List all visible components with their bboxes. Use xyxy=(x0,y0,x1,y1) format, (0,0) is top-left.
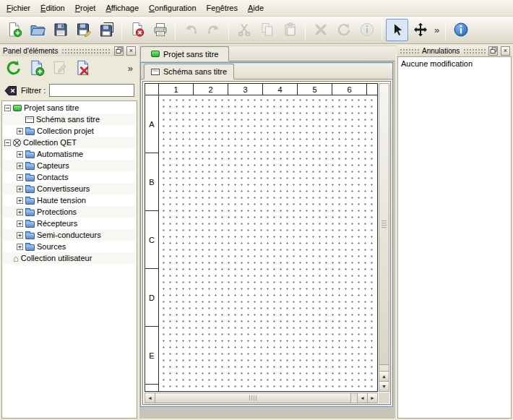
expander-plus-icon[interactable]: + xyxy=(17,244,23,250)
diagram-tab-label: Schéma sans titre xyxy=(163,67,227,76)
folder-icon xyxy=(25,187,35,193)
close-panel-button[interactable]: × xyxy=(501,46,510,56)
tree-item-protections[interactable]: +Protections xyxy=(2,206,137,218)
pan-tool-button[interactable] xyxy=(409,19,431,41)
scroll-up-button[interactable]: ▲ xyxy=(379,371,389,381)
cut-button[interactable] xyxy=(233,19,255,41)
close-diagram-button[interactable] xyxy=(126,19,148,41)
menu-aide[interactable]: Aide xyxy=(243,0,269,16)
scroll-left-button-2[interactable]: ◄ xyxy=(357,393,367,403)
undo-panel-titlebar[interactable]: Annulations × xyxy=(397,46,512,56)
delete-element-button[interactable] xyxy=(73,59,93,79)
save-button[interactable] xyxy=(49,19,72,41)
reload-collections-button[interactable] xyxy=(4,59,24,79)
diagram-paper[interactable] xyxy=(159,95,377,391)
menu-configuration[interactable]: Configuration xyxy=(144,0,201,16)
rotate-button[interactable] xyxy=(332,19,355,41)
new-document-button[interactable] xyxy=(3,19,25,41)
tab-projet-sans-titre[interactable]: Projet sans titre xyxy=(140,46,229,61)
tree-item-recepteurs[interactable]: +Récepteurs xyxy=(2,218,137,229)
print-button[interactable] xyxy=(149,19,171,41)
tree-item-projet-sans-titre[interactable]: −Projet sans titre xyxy=(2,102,137,113)
ruler-row-B: B xyxy=(145,153,158,211)
expander-plus-icon[interactable]: + xyxy=(17,197,23,204)
toolbar-separator xyxy=(228,21,229,40)
tree-item-haute-tension[interactable]: +Haute tension xyxy=(2,194,137,206)
new-element-button[interactable] xyxy=(27,59,47,79)
undo-list[interactable]: Aucune modification xyxy=(397,56,512,419)
filter-input[interactable] xyxy=(49,84,134,97)
horizontal-scrollbar[interactable]: ◄ ◄ ► xyxy=(145,393,378,403)
expander-plus-icon[interactable]: + xyxy=(17,128,23,134)
menu-edition[interactable]: Édition xyxy=(35,0,70,16)
expander-plus-icon[interactable]: + xyxy=(17,163,23,169)
float-panel-button[interactable] xyxy=(488,46,498,56)
elements-panel: Panel d'éléments × » Filtrer : −Projet s… xyxy=(1,46,137,419)
copy-button[interactable] xyxy=(256,19,278,41)
expander-plus-icon[interactable]: + xyxy=(17,209,23,215)
mdi-body: Schéma sans titre 123456 ABCDE xyxy=(139,61,395,419)
elements-panel-titlebar[interactable]: Panel d'éléments × xyxy=(1,46,137,56)
ruler-top: 123456 xyxy=(159,84,377,95)
tree-item-contacts[interactable]: +Contacts xyxy=(2,171,137,183)
dock-grip[interactable] xyxy=(462,48,486,54)
clear-filter-icon[interactable] xyxy=(4,85,17,96)
delete-button[interactable] xyxy=(309,19,332,41)
edit-element-button[interactable] xyxy=(50,59,70,79)
dock-grip[interactable] xyxy=(61,48,111,54)
panel-toolbar-overflow-button[interactable]: » xyxy=(126,59,135,78)
expander-plus-icon[interactable]: + xyxy=(17,174,23,181)
menu-bar: FichierÉditionProjetAffichageConfigurati… xyxy=(0,0,513,17)
expander-plus-icon[interactable]: + xyxy=(17,186,23,192)
about-button[interactable] xyxy=(449,19,472,41)
menu-fenetres[interactable]: Fenêtres xyxy=(202,0,243,16)
project-window: Schéma sans titre 123456 ABCDE xyxy=(140,62,393,407)
expander-minus-icon[interactable]: − xyxy=(4,140,11,146)
menu-fichier[interactable]: Fichier xyxy=(1,0,35,16)
tree-item-capteurs[interactable]: +Capteurs xyxy=(2,160,137,171)
undo-empty-text: Aucune modification xyxy=(401,59,508,68)
tree-item-convertisseurs[interactable]: +Convertisseurs xyxy=(2,183,137,194)
select-tool-button[interactable] xyxy=(386,19,408,41)
toolbar-overflow-button[interactable]: » xyxy=(432,21,441,40)
diagram-icon xyxy=(151,69,160,75)
expander-plus-icon[interactable]: + xyxy=(17,151,23,158)
menu-projet[interactable]: Projet xyxy=(70,0,101,16)
redo-button[interactable] xyxy=(202,19,225,41)
hscroll-thumb[interactable] xyxy=(155,393,351,403)
scroll-down-button[interactable]: ▼ xyxy=(379,381,389,391)
conductor-info-button[interactable] xyxy=(355,19,378,41)
home-icon: ⌂ xyxy=(13,254,19,262)
tab-schema-sans-titre[interactable]: Schéma sans titre xyxy=(144,64,234,80)
scroll-left-button[interactable]: ◄ xyxy=(145,393,155,403)
expander-plus-icon[interactable]: + xyxy=(17,232,23,239)
float-icon xyxy=(116,47,123,56)
floppy-stack-icon xyxy=(99,22,115,39)
close-panel-button[interactable]: × xyxy=(126,46,136,56)
tree-item-label: Sources xyxy=(37,242,66,251)
tree-item-sources[interactable]: +Sources xyxy=(2,241,137,252)
tree-item-semi-conducteurs[interactable]: +Semi-conducteurs xyxy=(2,229,137,241)
vscroll-thumb[interactable] xyxy=(379,84,389,365)
scroll-right-button[interactable]: ► xyxy=(367,393,377,403)
toolbar-separator xyxy=(381,21,382,40)
vertical-scrollbar[interactable]: ▲ ▼ xyxy=(379,83,389,392)
tree-item-collection-projet[interactable]: +Collection projet xyxy=(2,125,137,137)
open-project-button[interactable] xyxy=(26,19,48,41)
expander-plus-icon[interactable]: + xyxy=(17,220,23,227)
dock-grip[interactable] xyxy=(399,48,419,54)
float-panel-button[interactable] xyxy=(114,46,124,56)
tree-item-automatisme[interactable]: +Automatisme xyxy=(2,148,137,160)
save-as-button[interactable] xyxy=(72,19,95,41)
tree-item-collection-qet[interactable]: −Collection QET xyxy=(2,137,137,148)
paste-button[interactable] xyxy=(279,19,301,41)
expander-minus-icon[interactable]: − xyxy=(4,105,11,111)
scrollbar-corner xyxy=(379,393,389,403)
filter-row: Filtrer : xyxy=(1,82,137,98)
menu-affichage[interactable]: Affichage xyxy=(100,0,144,16)
tree-item-schema-sans-titre[interactable]: Schéma sans titre xyxy=(2,113,137,125)
save-all-button[interactable] xyxy=(95,19,118,41)
project-tab-label: Projet sans titre xyxy=(163,50,218,59)
tree-item-collection-utilisateur[interactable]: ⌂Collection utilisateur xyxy=(2,252,137,264)
undo-button[interactable] xyxy=(179,19,202,41)
